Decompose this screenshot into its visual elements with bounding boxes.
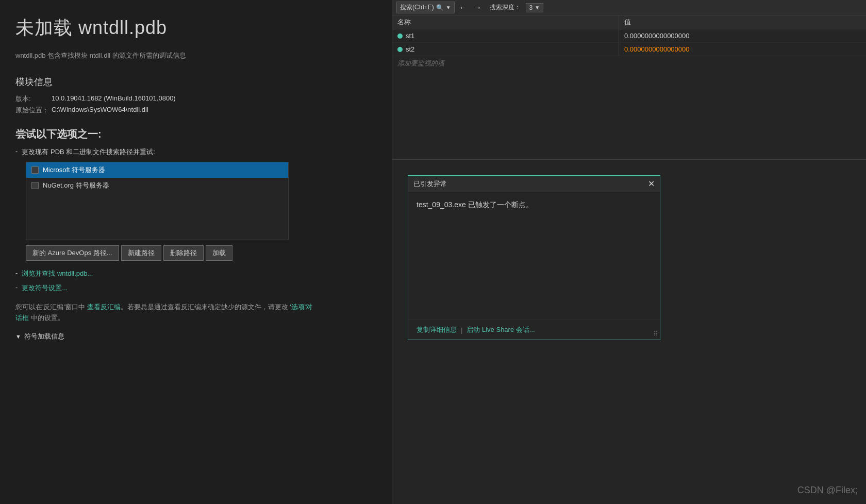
watch-row-st2[interactable]: st2 0.0000000000000000 <box>392 43 866 56</box>
symbol-section-label: 符号加载信息 <box>24 332 64 341</box>
bullet-dash-1: - <box>15 147 18 157</box>
page-title: 未加载 wntdll.pdb <box>15 15 376 41</box>
dot-icon-st1 <box>397 33 403 39</box>
dialog-title-bar: 已引发异常 ✕ <box>408 176 660 192</box>
new-path-button[interactable]: 新建路径 <box>121 245 161 261</box>
bottom-text: 您可以在'反汇编'窗口中 查看反汇编。若要总是通过查看反汇编来确定缺少的源文件，… <box>15 302 376 324</box>
server-checkbox-nuget[interactable] <box>31 182 39 189</box>
add-watch-placeholder[interactable]: 添加要监视的项 <box>392 56 866 71</box>
server-label-nuget: NuGet.org 符号服务器 <box>43 181 109 190</box>
live-share-link[interactable]: 启动 Live Share 会话... <box>467 325 535 334</box>
delete-path-button[interactable]: 删除路径 <box>163 245 204 261</box>
version-row: 版本: 10.0.19041.1682 (WinBuild.160101.080… <box>15 94 376 104</box>
watch-value-st1: 0.0000000000000000 <box>619 29 866 42</box>
symbol-section[interactable]: ▼ 符号加载信息 <box>15 332 376 341</box>
bullet-3: - 更改符号设置... <box>15 283 376 293</box>
original-path-row: 原始位置： C:\Windows\SysWOW64\ntdll.dll <box>15 106 376 115</box>
bullet-dash-2: - <box>15 269 18 278</box>
bullet-1: - 更改现有 PDB 和二进制文件搜索路径并重试: <box>15 147 376 157</box>
resize-handle[interactable]: ⠿ <box>653 330 658 338</box>
watch-toolbar: 搜索(Ctrl+E) 🔍 ▼ ← → 搜索深度： 3 ▼ <box>392 0 866 15</box>
dialog-title: 已引发异常 <box>413 179 447 189</box>
search-icon[interactable]: 🔍 <box>436 4 444 11</box>
bullet-dash-3: - <box>15 283 18 293</box>
watch-value-st2: 0.0000000000000000 <box>619 43 866 56</box>
left-panel: 未加载 wntdll.pdb wntdll.pdb 包含查找模块 ntdll.d… <box>0 0 392 504</box>
copy-details-link[interactable]: 复制详细信息 <box>417 325 457 334</box>
watch-label-st1: st1 <box>406 32 414 40</box>
options-link[interactable]: '选项'对话框 <box>15 303 312 322</box>
server-checkbox-microsoft[interactable] <box>31 166 39 174</box>
bullet-1-text: 更改现有 PDB 和二进制文件搜索路径并重试: <box>22 147 155 157</box>
browse-link[interactable]: 浏览并查找 wntdll.pdb... <box>22 269 93 278</box>
subtitle-text: wntdll.pdb 包含查找模块 ntdll.dll 的源文件所需的调试信息 <box>15 51 376 60</box>
server-list-empty-area <box>26 193 288 240</box>
dialog-body: test_09_03.exe 已触发了一个断点。 <box>408 192 660 320</box>
dialog-footer: 复制详细信息 | 启动 Live Share 会话... <box>408 320 660 340</box>
try-section-title: 尝试以下选项之一: <box>15 127 376 141</box>
exception-dialog: 已引发异常 ✕ test_09_03.exe 已触发了一个断点。 复制详细信息 … <box>408 175 660 340</box>
watch-name-st1: st1 <box>392 29 619 42</box>
symbol-settings-link[interactable]: 更改符号设置... <box>22 283 68 293</box>
watch-col-name: 名称 <box>392 15 619 29</box>
server-item-microsoft[interactable]: Microsoft 符号服务器 <box>26 162 288 178</box>
dialog-close-button[interactable]: ✕ <box>648 179 655 189</box>
module-info-title: 模块信息 <box>15 76 376 88</box>
watch-window: 搜索(Ctrl+E) 🔍 ▼ ← → 搜索深度： 3 ▼ 名称 值 st1 <box>392 0 866 160</box>
watch-header: 名称 值 <box>392 15 866 29</box>
exception-area: 已引发异常 ✕ test_09_03.exe 已触发了一个断点。 复制详细信息 … <box>392 160 866 504</box>
watch-col-value: 值 <box>619 15 866 29</box>
server-item-nuget[interactable]: NuGet.org 符号服务器 <box>26 178 288 193</box>
new-azure-devops-button[interactable]: 新的 Azure DevOps 路径... <box>26 245 119 261</box>
original-path-label: 原始位置： <box>15 106 52 115</box>
forward-button[interactable]: → <box>472 3 484 12</box>
chevron-icon: ▼ <box>15 333 21 340</box>
bullet-2: - 浏览并查找 wntdll.pdb... <box>15 269 376 278</box>
search-dropdown-icon[interactable]: ▼ <box>446 5 451 10</box>
server-list[interactable]: Microsoft 符号服务器 NuGet.org 符号服务器 <box>26 162 289 240</box>
search-box[interactable]: 搜索(Ctrl+E) 🔍 ▼ <box>396 2 455 13</box>
search-label: 搜索(Ctrl+E) <box>400 3 434 12</box>
depth-dropdown-icon[interactable]: ▼ <box>535 5 540 10</box>
watch-row-st1[interactable]: st1 0.0000000000000000 <box>392 29 866 43</box>
disassembly-link[interactable]: 查看反汇编 <box>87 303 121 311</box>
footer-separator: | <box>461 326 462 334</box>
watch-table: 名称 值 st1 0.0000000000000000 st2 0.000000… <box>392 15 866 159</box>
depth-number: 3 <box>529 4 533 11</box>
version-value: 10.0.19041.1682 (WinBuild.160101.0800) <box>52 94 176 104</box>
watch-name-st2: st2 <box>392 43 619 56</box>
server-label-microsoft: Microsoft 符号服务器 <box>43 165 105 175</box>
exception-message: test_09_03.exe 已触发了一个断点。 <box>417 200 533 209</box>
back-button[interactable]: ← <box>458 3 469 12</box>
depth-value[interactable]: 3 ▼ <box>526 3 544 12</box>
dot-icon-st2 <box>397 47 403 52</box>
original-path-value: C:\Windows\SysWOW64\ntdll.dll <box>52 106 148 115</box>
watermark: CSDN @Filex; <box>797 485 858 496</box>
version-label: 版本: <box>15 94 52 104</box>
watch-label-st2: st2 <box>406 45 414 53</box>
right-panel: 搜索(Ctrl+E) 🔍 ▼ ← → 搜索深度： 3 ▼ 名称 值 st1 <box>392 0 866 504</box>
load-button[interactable]: 加载 <box>206 245 232 261</box>
button-row: 新的 Azure DevOps 路径... 新建路径 删除路径 加载 <box>26 245 376 261</box>
depth-label: 搜索深度： <box>490 3 521 12</box>
